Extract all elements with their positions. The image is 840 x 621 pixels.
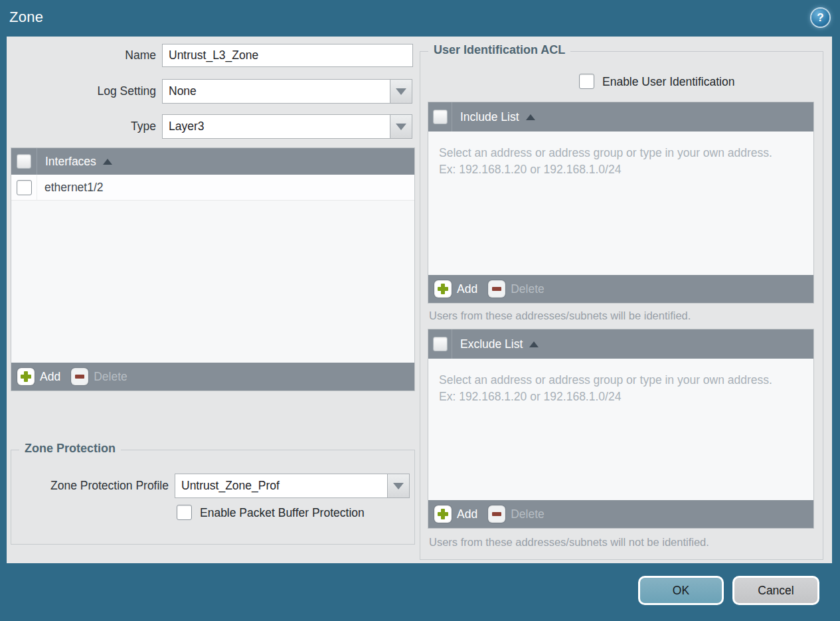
interfaces-toolbar: Add Delete <box>11 363 414 391</box>
zone-protection-profile-dropdown-button[interactable] <box>387 474 409 497</box>
interfaces-table: Interfaces ethernet1/2 Add <box>11 147 415 391</box>
enable-user-identification-checkbox[interactable] <box>579 74 594 89</box>
plus-icon <box>434 280 452 298</box>
name-label: Name <box>7 44 156 67</box>
sort-ascending-icon <box>529 341 539 347</box>
packet-buffer-protection-checkbox[interactable] <box>177 505 192 520</box>
include-header-checkbox-cell <box>428 102 452 132</box>
minus-icon <box>488 505 505 523</box>
interfaces-table-body: ethernet1/2 <box>11 175 414 363</box>
exclude-list-header-row[interactable]: Exclude List <box>428 329 813 359</box>
plus-icon <box>434 505 452 523</box>
interfaces-header-row[interactable]: Interfaces <box>11 148 414 175</box>
interfaces-select-all-checkbox[interactable] <box>17 154 31 169</box>
log-setting-value[interactable]: None <box>163 80 390 103</box>
enable-user-identification-label: Enable User Identification <box>602 74 734 90</box>
include-list-header-label: Include List <box>460 110 519 124</box>
interface-name: ethernet1/2 <box>37 181 104 195</box>
interfaces-header-label: Interfaces <box>45 155 96 169</box>
type-value[interactable]: Layer3 <box>163 115 390 138</box>
chevron-down-icon <box>396 124 406 130</box>
include-add-button[interactable]: Add <box>434 280 477 298</box>
exclude-add-button[interactable]: Add <box>434 505 477 523</box>
include-list-caption: Users from these addresses/subnets will … <box>429 310 691 322</box>
exclude-list-toolbar: Add Delete <box>428 500 813 528</box>
ok-button[interactable]: OK <box>638 576 724 605</box>
user-identification-legend: User Identification ACL <box>428 43 570 57</box>
include-list-table: Include List Select an address or addres… <box>428 102 814 304</box>
type-dropdown-button[interactable] <box>390 115 412 138</box>
dialog-panel: Name Log Setting None Type Layer3 <box>7 37 832 563</box>
include-list-header-row[interactable]: Include List <box>428 102 813 132</box>
chevron-down-icon <box>393 483 404 489</box>
log-setting-dropdown-button[interactable] <box>390 80 412 103</box>
exclude-list-placeholder: Select an address or address group or ty… <box>428 359 813 405</box>
name-field[interactable] <box>162 44 413 67</box>
exclude-list-header-label: Exclude List <box>460 337 523 351</box>
sort-ascending-icon <box>526 114 535 120</box>
plus-icon <box>17 368 35 385</box>
help-icon[interactable]: ? <box>811 9 829 27</box>
log-setting-label: Log Setting <box>7 79 156 104</box>
exclude-list-body[interactable]: Select an address or address group or ty… <box>428 359 813 500</box>
dialog-title: Zone <box>9 0 43 37</box>
interface-row-checkbox[interactable] <box>17 180 32 195</box>
include-select-all-checkbox[interactable] <box>433 110 448 124</box>
packet-buffer-protection-label: Enable Packet Buffer Protection <box>200 505 365 521</box>
type-label: Type <box>7 114 156 139</box>
interface-row-checkbox-cell <box>11 175 37 200</box>
exclude-delete-button[interactable]: Delete <box>488 505 545 523</box>
minus-icon <box>71 368 88 385</box>
chevron-down-icon <box>396 88 406 95</box>
zone-protection-profile-label: Zone Protection Profile <box>15 474 169 498</box>
cancel-button[interactable]: Cancel <box>732 576 819 605</box>
zone-protection-fieldset: Zone Protection Zone Protection Profile … <box>11 450 415 545</box>
exclude-select-all-checkbox[interactable] <box>433 337 448 351</box>
title-bar: Zone ? <box>0 0 840 37</box>
include-delete-button[interactable]: Delete <box>488 280 545 298</box>
include-list-toolbar: Add Delete <box>428 275 813 303</box>
include-list-placeholder: Select an address or address group or ty… <box>428 132 813 178</box>
include-list-body[interactable]: Select an address or address group or ty… <box>428 132 813 275</box>
zone-protection-legend: Zone Protection <box>19 442 121 456</box>
exclude-list-caption: Users from these addresses/subnets will … <box>429 536 709 549</box>
sort-ascending-icon <box>103 159 112 165</box>
exclude-list-table: Exclude List Select an address or addres… <box>428 329 814 529</box>
interface-row[interactable]: ethernet1/2 <box>11 175 414 201</box>
interfaces-delete-button[interactable]: Delete <box>71 368 127 385</box>
interfaces-header-checkbox-cell <box>11 148 37 175</box>
user-identification-fieldset: User Identification ACL Enable User Iden… <box>420 51 823 560</box>
zone-protection-profile-value[interactable]: Untrust_Zone_Prof <box>175 474 387 497</box>
minus-icon <box>488 280 505 298</box>
interfaces-add-button[interactable]: Add <box>17 368 60 385</box>
log-setting-select[interactable]: None <box>162 79 412 104</box>
zone-dialog: Zone ? Name Log Setting None Type Layer3 <box>0 0 840 621</box>
zone-protection-profile-select[interactable]: Untrust_Zone_Prof <box>175 474 410 498</box>
type-select[interactable]: Layer3 <box>162 114 412 139</box>
exclude-header-checkbox-cell <box>428 329 452 359</box>
